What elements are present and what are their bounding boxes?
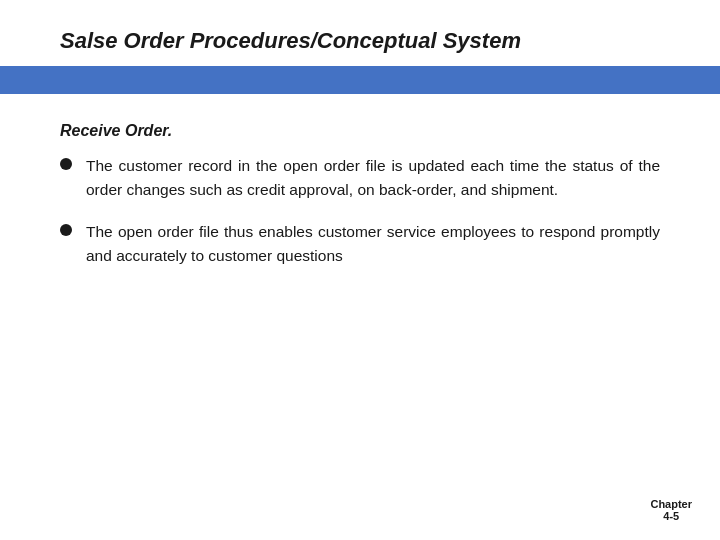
- slide-container: Salse Order Procedures/Conceptual System…: [0, 0, 720, 540]
- content-area: Receive Order. The customer record in th…: [0, 94, 720, 306]
- bullet-text-1: The customer record in the open order fi…: [86, 154, 660, 202]
- chapter-label: Chapter: [650, 498, 692, 510]
- bullet-dot-icon: [60, 158, 72, 170]
- slide-title: Salse Order Procedures/Conceptual System: [60, 28, 521, 53]
- bullet-list: The customer record in the open order fi…: [60, 154, 660, 268]
- chapter-number: 4-5: [650, 510, 692, 522]
- blue-bar-divider: [0, 66, 720, 94]
- list-item: The customer record in the open order fi…: [60, 154, 660, 202]
- section-label: Receive Order.: [60, 122, 660, 140]
- bullet-dot-icon: [60, 224, 72, 236]
- bullet-text-2: The open order file thus enables custome…: [86, 220, 660, 268]
- title-area: Salse Order Procedures/Conceptual System: [0, 0, 720, 66]
- list-item: The open order file thus enables custome…: [60, 220, 660, 268]
- chapter-badge: Chapter 4-5: [650, 498, 692, 522]
